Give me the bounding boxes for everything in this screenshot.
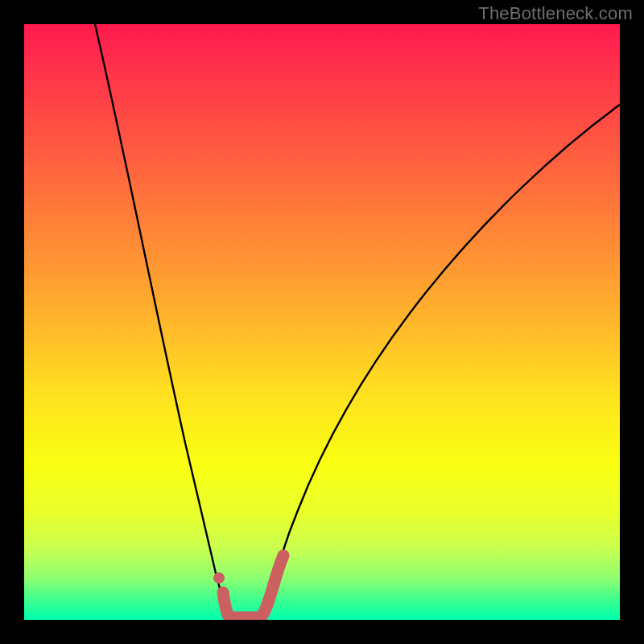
highlight-dot [213,572,225,584]
bottleneck-curve [24,24,620,620]
watermark-text: TheBottleneck.com [478,3,633,24]
plot-area [24,24,620,620]
chart-frame: TheBottleneck.com [0,0,644,644]
main-curve-path [95,24,620,619]
highlight-right-stroke [261,555,283,617]
